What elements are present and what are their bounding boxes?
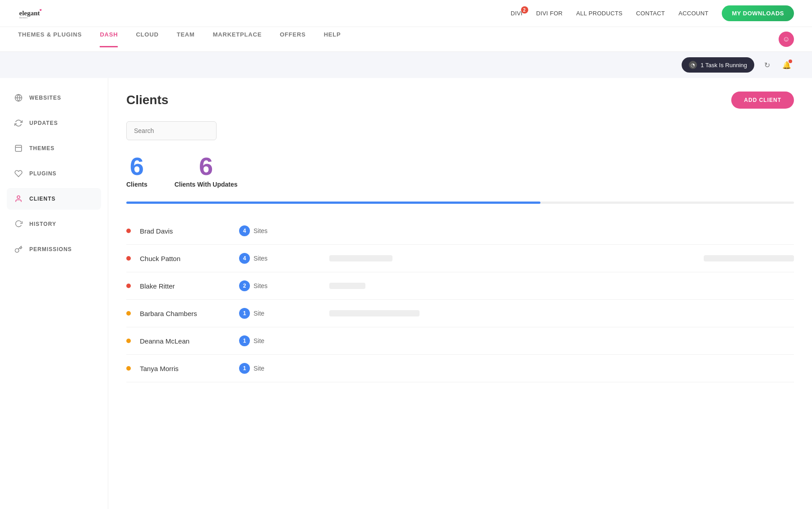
clients-icon — [14, 194, 23, 203]
sidebar-clients-label: CLIENTS — [29, 196, 55, 202]
plugins-icon — [14, 169, 23, 178]
table-row[interactable]: Blake Ritter 2 Sites ■■■■■■ — [126, 272, 794, 300]
sidebar-item-updates[interactable]: UPDATES — [7, 112, 101, 134]
task-label: 1 Task Is Running — [701, 62, 747, 69]
refresh-icon[interactable]: ↻ — [760, 58, 774, 72]
sites-label: Site — [254, 310, 264, 317]
blurred-data-1: ■■■■■■■■■■■■ — [329, 255, 392, 261]
table-row[interactable]: Brad Davis 4 Sites — [126, 217, 794, 245]
nav-account[interactable]: ACCOUNT — [678, 10, 708, 17]
search-input[interactable] — [126, 121, 217, 140]
status-dot — [126, 311, 131, 316]
sidebar-item-clients[interactable]: CLIENTS — [7, 188, 101, 210]
sites-count-badge: 1 — [239, 335, 250, 346]
sub-nav-links: THEMES & PLUGINS DASH CLOUD TEAM MARKETP… — [18, 31, 779, 47]
progress-bar-fill — [126, 202, 540, 204]
sites-label: Sites — [254, 255, 268, 262]
tab-cloud[interactable]: CLOUD — [136, 31, 158, 47]
nav-divi[interactable]: DIVI 2 — [511, 10, 522, 17]
sites-badge: 4 Sites — [239, 253, 293, 264]
client-name: Tanya Morris — [140, 365, 230, 372]
sidebar-item-permissions[interactable]: PERMISSIONS — [7, 238, 101, 260]
svg-text:elegant: elegant — [19, 9, 40, 16]
add-client-button[interactable]: ADD CLIENT — [731, 92, 794, 109]
sidebar-item-plugins[interactable]: PLUGINS — [7, 163, 101, 184]
task-bar: ◔ 1 Task Is Running ↻ 🔔 — [0, 52, 812, 78]
nav-divi-for[interactable]: DIVI FOR — [536, 10, 563, 17]
themes-icon — [14, 144, 23, 153]
nav-contact[interactable]: CONTACT — [636, 10, 665, 17]
tab-dash[interactable]: DASH — [100, 31, 118, 47]
tab-team[interactable]: TEAM — [177, 31, 195, 47]
sidebar-plugins-label: PLUGINS — [29, 170, 56, 177]
globe-icon — [14, 93, 23, 102]
status-dot — [126, 366, 131, 371]
table-row[interactable]: Deanna McLean 1 Site — [126, 327, 794, 355]
bell-icon[interactable]: 🔔 — [780, 58, 794, 72]
sidebar-item-history[interactable]: HISTORY — [7, 213, 101, 235]
client-name: Chuck Patton — [140, 255, 230, 262]
sites-badge: 1 Site — [239, 308, 293, 319]
sidebar-updates-label: UPDATES — [29, 120, 58, 126]
sidebar-permissions-label: PERMISSIONS — [29, 246, 72, 252]
nav-all-products[interactable]: ALL PRODUCTS — [576, 10, 623, 17]
bell-notification-dot — [789, 60, 792, 63]
sites-count-badge: 4 — [239, 225, 250, 236]
svg-rect-7 — [15, 145, 22, 151]
tab-offers[interactable]: OFFERS — [280, 31, 306, 47]
client-name: Brad Davis — [140, 227, 230, 235]
status-dot — [126, 229, 131, 233]
table-row[interactable]: Tanya Morris 1 Site — [126, 355, 794, 382]
sites-badge: 1 Site — [239, 363, 293, 374]
sidebar-themes-label: THEMES — [29, 145, 55, 151]
updates-icon — [14, 119, 23, 128]
status-dot — [126, 339, 131, 343]
my-downloads-button[interactable]: MY DOWNLOADS — [722, 5, 794, 21]
sites-count-badge: 1 — [239, 363, 250, 374]
tab-marketplace[interactable]: MARKETPLACE — [213, 31, 262, 47]
table-row[interactable]: Barbara Chambers 1 Site ■■■■■■■■■■■■■ — [126, 300, 794, 327]
stats-row: 6 Clients 6 Clients With Updates — [126, 154, 794, 188]
sites-badge: 1 Site — [239, 335, 293, 346]
sites-count-badge: 1 — [239, 308, 250, 319]
sites-count-badge: 4 — [239, 253, 250, 264]
sites-badge: 2 Sites — [239, 280, 293, 291]
blurred-data-2: ■■■■■■■■■■■■■■■■ — [704, 255, 794, 261]
user-avatar[interactable]: ☺ — [779, 32, 794, 47]
main-content: Clients ADD CLIENT 6 Clients 6 Clients W… — [108, 78, 812, 509]
sub-nav: THEMES & PLUGINS DASH CLOUD TEAM MARKETP… — [0, 27, 812, 52]
stat-clients-with-updates: 6 Clients With Updates — [175, 154, 238, 188]
history-icon — [14, 220, 23, 229]
stat-clients: 6 Clients — [126, 154, 148, 188]
content-header: Clients ADD CLIENT — [126, 92, 794, 109]
client-name: Blake Ritter — [140, 282, 230, 290]
sidebar: WEBSITES UPDATES THEMES — [0, 78, 108, 509]
top-nav-links: DIVI 2 DIVI FOR ALL PRODUCTS CONTACT ACC… — [511, 10, 708, 17]
progress-bar — [126, 202, 794, 204]
svg-point-9 — [17, 196, 20, 198]
sidebar-item-themes[interactable]: THEMES — [7, 138, 101, 159]
sites-count-badge: 2 — [239, 280, 250, 291]
clients-with-updates-label: Clients With Updates — [175, 181, 238, 188]
sites-label: Sites — [254, 227, 268, 234]
sidebar-history-label: HISTORY — [29, 221, 56, 227]
logo[interactable]: elegant themes — [18, 5, 45, 23]
client-name: Deanna McLean — [140, 337, 230, 345]
client-list: Brad Davis 4 Sites Chuck Patton 4 Sites … — [126, 217, 794, 382]
task-pill: ◔ 1 Task Is Running — [682, 57, 754, 73]
top-nav: elegant themes DIVI 2 DIVI FOR ALL PRODU… — [0, 0, 812, 27]
permissions-icon — [14, 245, 23, 254]
tab-themes-plugins[interactable]: THEMES & PLUGINS — [18, 31, 82, 47]
sidebar-item-websites[interactable]: WEBSITES — [7, 87, 101, 109]
divi-badge: 2 — [521, 6, 528, 14]
client-name: Barbara Chambers — [140, 310, 230, 317]
clients-count: 6 — [130, 154, 144, 179]
sidebar-websites-label: WEBSITES — [29, 95, 61, 101]
sites-badge: 4 Sites — [239, 225, 293, 236]
clients-with-updates-count: 6 — [199, 154, 213, 179]
blurred-data-1: ■■■■■■ — [329, 283, 365, 289]
clients-label: Clients — [126, 181, 148, 188]
status-dot — [126, 284, 131, 288]
tab-help[interactable]: HELP — [324, 31, 341, 47]
table-row[interactable]: Chuck Patton 4 Sites ■■■■■■■■■■■■ ■■■■■■… — [126, 245, 794, 272]
